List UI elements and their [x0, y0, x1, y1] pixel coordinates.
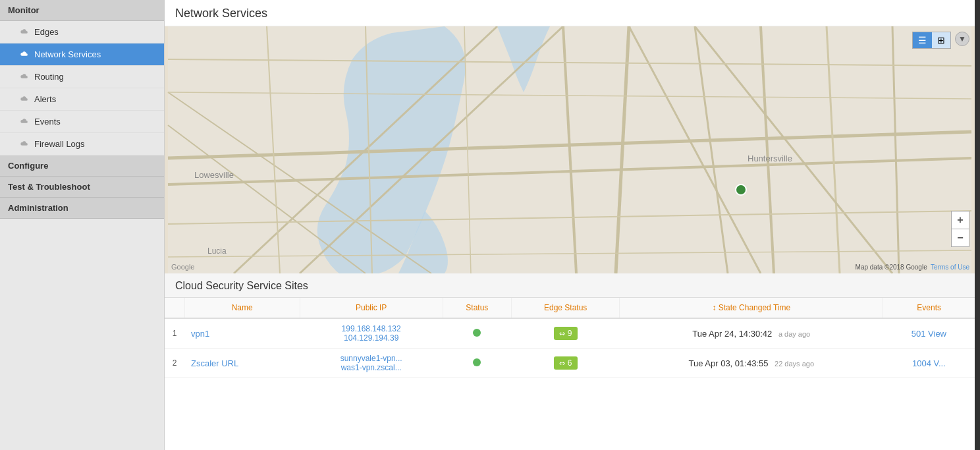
svg-text:Lucia: Lucia	[207, 246, 227, 256]
sidebar-item-alerts[interactable]: Alerts	[0, 88, 164, 111]
row-2-events-link[interactable]: 1004 V...	[912, 358, 946, 368]
table-row: 1 vpn1 199.168.148.132 104.129.194.39 ⇔	[165, 318, 975, 349]
sidebar-item-events[interactable]: Events	[0, 111, 164, 133]
row-1-time-ago: a day ago	[778, 330, 810, 338]
svg-point-25	[736, 184, 746, 195]
row-2-name: Zscaler URL	[184, 349, 300, 378]
cloud-icon-events	[18, 118, 29, 125]
row-1-name: vpn1	[184, 318, 300, 349]
page-title: Network Services	[165, 0, 975, 26]
row-2-time: Tue Apr 03, 01:43:55 22 days ago	[620, 349, 883, 378]
col-events[interactable]: Events	[883, 298, 975, 318]
cloud-icon	[18, 28, 29, 36]
sidebar-monitor-header: Monitor	[0, 0, 164, 21]
sidebar-configure-header[interactable]: Configure	[0, 155, 164, 177]
col-num	[165, 298, 184, 318]
row-1-num: 1	[165, 318, 184, 349]
sidebar-item-routing[interactable]: Routing	[0, 66, 164, 88]
sidebar-item-routing-label: Routing	[34, 72, 64, 82]
row-1-time-main: Tue Apr 24, 14:30:42	[692, 329, 772, 339]
sidebar-item-network-services-label: Network Services	[34, 49, 101, 59]
map-attribution: Map data ©2018 Google Terms of Use	[856, 264, 969, 271]
row-2-edge-badge[interactable]: ⇔ 6	[554, 356, 578, 370]
sidebar-item-edges[interactable]: Edges	[0, 21, 164, 43]
sidebar: Monitor Edges Network Services Routing A…	[0, 0, 165, 450]
row-2-num: 2	[165, 349, 184, 378]
cloud-icon-active	[18, 51, 29, 58]
sidebar-item-events-label: Events	[34, 117, 61, 127]
row-1-status-dot	[473, 329, 481, 337]
row-2-edge-status: ⇔ 6	[512, 349, 620, 378]
sidebar-item-edges-label: Edges	[34, 27, 59, 37]
row-2-ip: sunnyvale1-vpn... was1-vpn.zscal...	[300, 349, 443, 378]
table-section: Cloud Security Service Sites Name Public…	[165, 273, 975, 450]
col-edge-status[interactable]: Edge Status	[512, 298, 620, 318]
sidebar-item-firewall-logs[interactable]: Firewall Logs	[0, 133, 164, 155]
grid-view-button[interactable]: ⊞	[932, 32, 950, 48]
collapse-button[interactable]: ▼	[955, 32, 969, 46]
sidebar-admin-header[interactable]: Administration	[0, 198, 164, 219]
cloud-icon-firewall	[18, 140, 29, 148]
cloud-icon-routing	[18, 73, 29, 80]
row-1-time: Tue Apr 24, 14:30:42 a day ago	[620, 318, 883, 349]
cloud-icon-alerts	[18, 96, 29, 103]
row-1-edge-badge[interactable]: ⇔ 9	[554, 327, 578, 340]
row-1-edge-count: 9	[568, 329, 572, 338]
row-2-ip1-link[interactable]: sunnyvale1-vpn...	[340, 354, 402, 363]
row-1-name-link[interactable]: vpn1	[191, 329, 209, 339]
list-view-button[interactable]: ☰	[913, 32, 932, 48]
sidebar-item-alerts-label: Alerts	[34, 94, 56, 104]
table-header-row: Name Public IP Status Edge Status ↕ Stat…	[165, 298, 975, 318]
zoom-out-button[interactable]: −	[952, 229, 969, 246]
row-2-time-main: Tue Apr 03, 01:43:55	[689, 358, 769, 368]
col-status[interactable]: Status	[443, 298, 512, 318]
zoom-in-button[interactable]: +	[952, 211, 969, 229]
row-2-ip2-link[interactable]: was1-vpn.zscal...	[341, 363, 402, 372]
map-container: Lowesville Huntersville Lucia Google ☰ ⊞…	[165, 26, 975, 273]
table-row: 2 Zscaler URL sunnyvale1-vpn... was1-vpn…	[165, 349, 975, 378]
row-1-ip: 199.168.148.132 104.129.194.39	[300, 318, 443, 349]
row-1-ip1-link[interactable]: 199.168.148.132	[342, 324, 401, 333]
chevron-down-icon: ▼	[958, 34, 966, 43]
row-2-name-link[interactable]: Zscaler URL	[191, 358, 238, 368]
sidebar-item-firewall-logs-label: Firewall Logs	[34, 139, 85, 149]
svg-text:Lowesville: Lowesville	[194, 170, 234, 180]
sites-table: Name Public IP Status Edge Status ↕ Stat…	[165, 298, 975, 378]
svg-text:Huntersville: Huntersville	[748, 154, 792, 163]
main-content: Network Services	[165, 0, 975, 450]
row-2-events: 1004 V...	[883, 349, 975, 378]
map-zoom-controls: + −	[951, 211, 969, 247]
row-1-events: 501 View	[883, 318, 975, 349]
scrollbar-track[interactable]	[975, 0, 980, 450]
sidebar-item-network-services[interactable]: Network Services	[0, 43, 164, 66]
row-2-edge-count: 6	[568, 358, 572, 368]
table-title: Cloud Security Service Sites	[165, 273, 975, 298]
row-1-edge-status: ⇔ 9	[512, 318, 620, 349]
map-view-toggle: ☰ ⊞	[912, 32, 951, 49]
col-state-changed[interactable]: ↕ State Changed Time	[620, 298, 883, 318]
google-logo: Google	[171, 263, 194, 271]
terms-of-use-link[interactable]: Terms of Use	[931, 264, 969, 271]
row-1-events-link[interactable]: 501 View	[912, 329, 946, 339]
col-public-ip[interactable]: Public IP	[300, 298, 443, 318]
map-svg: Lowesville Huntersville Lucia Google	[165, 26, 975, 273]
row-2-status-dot	[473, 358, 481, 366]
row-2-time-ago: 22 days ago	[775, 360, 814, 368]
col-name[interactable]: Name	[184, 298, 300, 318]
row-1-status	[443, 318, 512, 349]
row-1-ip2-link[interactable]: 104.129.194.39	[344, 333, 398, 343]
sidebar-test-header[interactable]: Test & Troubleshoot	[0, 177, 164, 198]
row-2-status	[443, 349, 512, 378]
